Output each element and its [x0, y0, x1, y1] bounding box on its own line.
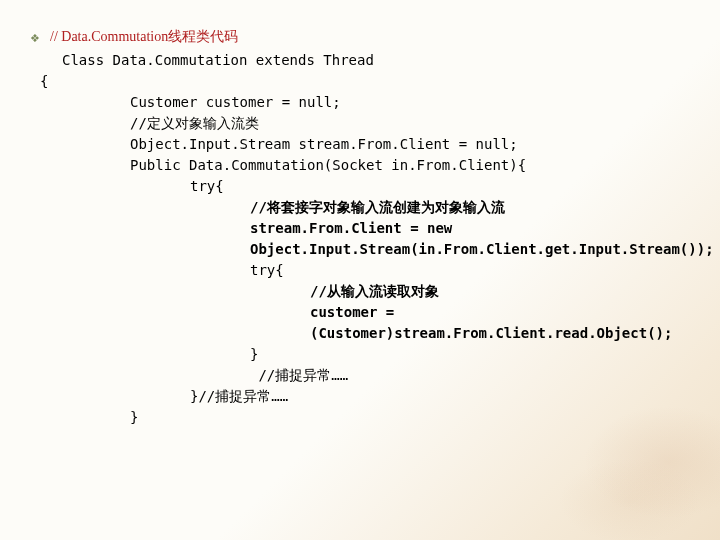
code-line: try{	[190, 176, 690, 197]
code-comment: //将套接字对象输入流创建为对象输入流	[250, 197, 690, 218]
code-line: Public Data.Commutation(Socket in.From.C…	[130, 155, 690, 176]
code-comment: //捕捉异常……	[250, 365, 690, 386]
code-comment: //定义对象输入流类	[130, 113, 690, 134]
code-line: Object.Input.Stream(in.From.Client.get.I…	[250, 239, 690, 260]
slide-content: ❖ // Data.Commutation线程类代码 Class Data.Co…	[0, 0, 720, 448]
slide-title: // Data.Commutation线程类代码	[50, 28, 238, 46]
code-line: customer =	[310, 302, 690, 323]
diamond-bullet-icon: ❖	[30, 32, 40, 45]
code-comment: //从输入流读取对象	[310, 281, 690, 302]
code-line: }	[250, 344, 690, 365]
code-line: try{	[250, 260, 690, 281]
code-line: Customer customer = null;	[130, 92, 690, 113]
title-row: ❖ // Data.Commutation线程类代码	[30, 28, 690, 46]
open-brace: {	[40, 71, 690, 92]
code-line: }//捕捉异常……	[190, 386, 690, 407]
code-line: stream.From.Client = new	[250, 218, 690, 239]
code-line: Object.Input.Stream stream.From.Client =…	[130, 134, 690, 155]
class-declaration: Class Data.Commutation extends Thread	[62, 50, 690, 71]
close-brace: }	[130, 407, 690, 428]
code-line: (Customer)stream.From.Client.read.Object…	[310, 323, 690, 344]
